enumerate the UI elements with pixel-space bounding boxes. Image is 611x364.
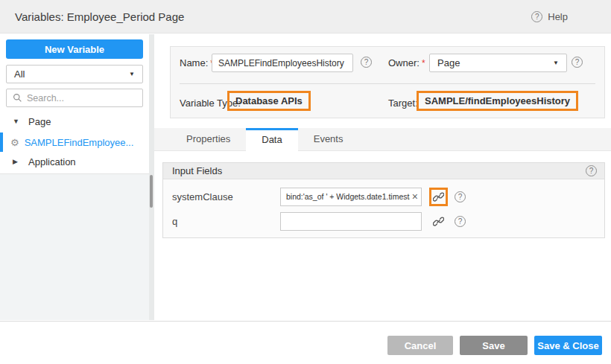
tab-data[interactable]: Data (246, 128, 297, 151)
cancel-button[interactable]: Cancel (387, 336, 453, 355)
sidebar-filler (0, 173, 149, 320)
clear-icon[interactable]: × (412, 191, 418, 202)
page-title: Variables: Employee_Period Page (15, 10, 184, 23)
tree-node-variable-selected[interactable]: ⚙ SAMPLEFindEmployee... (0, 132, 149, 152)
owner-label: Owner:* (388, 57, 425, 68)
tree-node-page[interactable]: ▼ Page (0, 113, 149, 130)
systemclause-value: bind:'as_of ' + Widgets.date1.timestam (286, 192, 410, 201)
save-button[interactable]: Save (460, 336, 528, 355)
q-label: q (172, 216, 280, 227)
save-close-button[interactable]: Save & Close (534, 336, 602, 355)
bind-link-icon[interactable] (429, 188, 448, 206)
tree-node-application[interactable]: ▶ Application (0, 153, 149, 170)
tree-node-application-label: Application (28, 156, 76, 167)
variable-type-value: Database APIs (227, 91, 311, 111)
dialog-footer: Cancel Save Save & Close (0, 321, 611, 364)
name-label: Name:* (180, 57, 214, 68)
chevron-down-icon: ▼ (553, 60, 559, 66)
owner-dropdown-value: Page (437, 57, 460, 68)
variables-dialog: Variables: Employee_Period Page ? Help N… (0, 0, 611, 364)
input-fields-section: Input Fields ? systemClause bind:'as_of … (162, 162, 605, 238)
search-input[interactable] (27, 93, 136, 103)
help-label: Help (548, 11, 568, 22)
owner-dropdown[interactable]: Page ▼ (429, 54, 567, 72)
owner-label-text: Owner: (388, 57, 420, 68)
systemclause-label: systemClause (172, 191, 280, 202)
sidebar-scrollbar[interactable] (149, 34, 154, 320)
field-row-q: q ? (172, 211, 604, 231)
target-label: Target: (388, 98, 418, 109)
search-box[interactable] (6, 89, 143, 107)
tab-bar: Properties Data Events (154, 128, 611, 151)
scrollbar-thumb[interactable] (150, 175, 153, 208)
input-fields-header: Input Fields ? (163, 163, 604, 179)
required-marker: * (422, 58, 425, 68)
tab-properties[interactable]: Properties (171, 128, 246, 150)
variable-summary-panel: Name:* ? Owner:* Page ▼ ? Variable Type:… (170, 46, 605, 118)
search-icon (13, 93, 22, 103)
caret-down-icon[interactable]: ▼ (13, 118, 20, 125)
caret-right-icon[interactable]: ▶ (13, 158, 20, 165)
service-variable-icon: ⚙ (10, 138, 19, 147)
systemclause-help-icon[interactable]: ? (455, 191, 466, 202)
systemclause-input[interactable]: bind:'as_of ' + Widgets.date1.timestam × (280, 188, 422, 206)
input-fields-title: Input Fields (172, 165, 222, 176)
tree-node-page-label: Page (28, 116, 51, 127)
name-label-text: Name: (180, 57, 208, 68)
tree-node-variable-label: SAMPLEFindEmployee... (25, 137, 134, 148)
filter-dropdown-value: All (14, 68, 25, 80)
dialog-header: Variables: Employee_Period Page ? Help (0, 0, 611, 33)
chain-link-icon (433, 216, 444, 227)
main-panel: Name:* ? Owner:* Page ▼ ? Variable Type:… (154, 34, 611, 320)
chevron-down-icon: ▼ (129, 71, 135, 77)
q-input[interactable] (280, 212, 422, 231)
target-value: SAMPLE/findEmployeesHistory (417, 91, 578, 111)
help-link[interactable]: ? Help (531, 11, 568, 22)
tab-events[interactable]: Events (298, 128, 359, 150)
sidebar: New Variable All ▼ ▼ Page ⚙ SAMPLEFindEm… (0, 34, 149, 320)
panel-divider (180, 83, 595, 84)
bind-link-icon[interactable] (429, 212, 448, 231)
q-help-icon[interactable]: ? (455, 216, 466, 227)
name-input[interactable] (212, 54, 353, 72)
input-fields-help-icon[interactable]: ? (586, 165, 597, 176)
filter-dropdown[interactable]: All ▼ (6, 65, 143, 83)
help-icon: ? (531, 11, 542, 22)
chain-link-icon (433, 191, 444, 202)
new-variable-button[interactable]: New Variable (6, 39, 143, 59)
owner-help-icon[interactable]: ? (572, 57, 583, 68)
name-help-icon[interactable]: ? (361, 57, 372, 68)
field-row-systemclause: systemClause bind:'as_of ' + Widgets.dat… (172, 187, 604, 206)
